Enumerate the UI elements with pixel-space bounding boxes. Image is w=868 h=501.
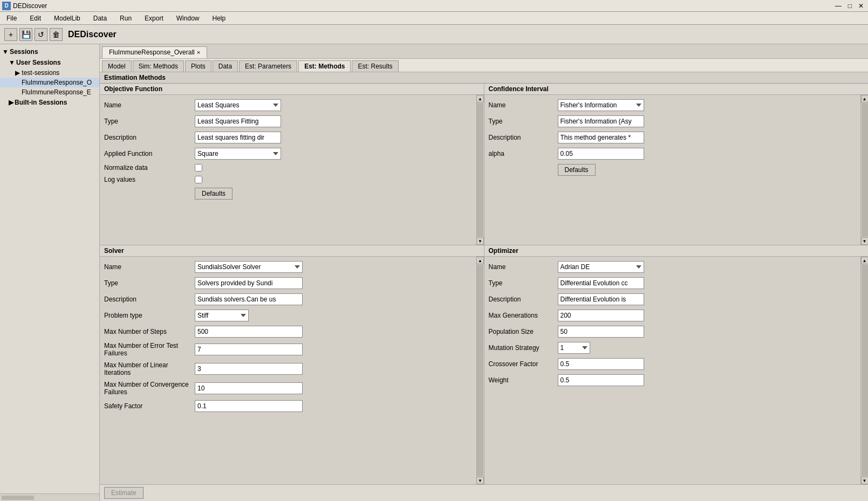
opt-maxgen-input[interactable] [558, 310, 644, 321]
solver-maxerror-input[interactable] [195, 344, 303, 355]
opt-type-label: Type [489, 279, 553, 287]
sessions-label: Sessions [10, 48, 38, 56]
sub-tab-sim-methods[interactable]: Sim: Methods [133, 60, 184, 72]
solver-type-input[interactable] [195, 277, 303, 289]
solver-scroll-down[interactable]: ▼ [476, 477, 484, 484]
menu-help[interactable]: Help [206, 13, 232, 23]
confidence-interval-content: Name Fisher's Information Type [484, 95, 861, 245]
opt-desc-label: Description [489, 296, 553, 303]
sub-tab-est-parameters[interactable]: Est: Parameters [239, 60, 297, 72]
optimizer-scroll-area: Name Adrian DE Type [484, 257, 869, 484]
titlebar-controls[interactable]: — □ ✕ [833, 2, 866, 10]
opt-crossover-label: Crossover Factor [489, 360, 553, 368]
tab-fluimmune-overall[interactable]: FluImmuneResponse_Overall × [102, 46, 207, 58]
toolbar-delete-button[interactable]: 🗑 [50, 28, 63, 41]
solver-maxsteps-input[interactable] [195, 326, 303, 338]
sidebar-builtin-sessions-group[interactable]: ▶ Built-in Sessions [0, 97, 99, 108]
ci-name-select[interactable]: Fisher's Information [558, 99, 644, 111]
opt-scroll-down[interactable]: ▼ [861, 477, 869, 484]
obj-desc-input[interactable] [195, 132, 281, 143]
maximize-button[interactable]: □ [846, 2, 854, 10]
obj-type-input[interactable] [195, 115, 281, 127]
menu-data[interactable]: Data [87, 13, 113, 23]
opt-popsize-input[interactable] [558, 326, 644, 338]
opt-scroll-up[interactable]: ▲ [861, 257, 869, 264]
obj-scroll-thumb[interactable] [477, 103, 483, 237]
sub-tab-est-results[interactable]: Est: Results [352, 60, 398, 72]
opt-scrollbar[interactable]: ▲ ▼ [860, 257, 868, 484]
opt-crossover-input[interactable] [558, 358, 644, 370]
solver-desc-input[interactable] [195, 293, 303, 305]
obj-scrollbar[interactable]: ▲ ▼ [476, 95, 484, 245]
sidebar-user-sessions-group[interactable]: ▼ User Sessions [0, 57, 99, 68]
opt-desc-row: Description [489, 293, 857, 305]
sub-tab-data[interactable]: Data [213, 60, 238, 72]
solver-scroll-thumb[interactable] [477, 265, 483, 476]
menu-export[interactable]: Export [138, 13, 170, 23]
minimize-button[interactable]: — [833, 2, 844, 10]
solver-maxconv-label: Max Number of Convergence Failures [104, 381, 190, 396]
obj-log-row: Log values [104, 176, 472, 183]
menu-file[interactable]: File [0, 13, 23, 23]
opt-scroll-thumb[interactable] [862, 265, 868, 476]
sidebar-item-fluimmune-overall[interactable]: FluImmuneResponse_O [0, 78, 99, 87]
opt-type-input[interactable] [558, 277, 644, 289]
opt-weight-input[interactable] [558, 374, 644, 386]
ci-desc-input[interactable] [558, 132, 644, 143]
solver-maxsteps-row: Max Number of Steps [104, 326, 472, 338]
menu-edit[interactable]: Edit [23, 13, 47, 23]
ci-defaults-row: Defaults [489, 164, 857, 176]
confidence-interval-scroll-area: Name Fisher's Information Type [484, 95, 869, 245]
sub-tab-model[interactable]: Model [102, 60, 132, 72]
menu-window[interactable]: Window [170, 13, 206, 23]
solver-scrollbar[interactable]: ▲ ▼ [476, 257, 484, 484]
ci-defaults-button[interactable]: Defaults [558, 164, 596, 176]
ci-desc-row: Description [489, 132, 857, 143]
ci-scroll-down[interactable]: ▼ [861, 237, 869, 245]
user-sessions-collapse-icon: ▼ [9, 59, 15, 66]
solver-name-row: Name SundialsSolver Solver [104, 261, 472, 273]
obj-normalize-checkbox[interactable] [195, 164, 202, 171]
obj-defaults-button[interactable]: Defaults [195, 188, 233, 200]
solver-safety-input[interactable] [195, 400, 303, 412]
titlebar-left: D DEDiscover [2, 2, 47, 10]
obj-name-select[interactable]: Least Squares [195, 99, 281, 111]
obj-scroll-up[interactable]: ▲ [476, 95, 484, 102]
sidebar-sessions-group[interactable]: ▼ Sessions [0, 46, 99, 57]
ci-scrollbar[interactable]: ▲ ▼ [860, 95, 868, 245]
content-area: FluImmuneResponse_Overall × Model Sim: M… [100, 44, 868, 501]
tab-close-icon[interactable]: × [197, 49, 200, 56]
opt-desc-input[interactable] [558, 293, 644, 305]
solver-name-select[interactable]: SundialsSolver Solver [195, 261, 303, 273]
estimate-button[interactable]: Estimate [104, 487, 143, 499]
solver-maxlinear-input[interactable] [195, 363, 303, 375]
obj-scroll-down[interactable]: ▼ [476, 237, 484, 245]
opt-mutation-select[interactable]: 1 [558, 342, 590, 354]
solver-maxconv-input[interactable] [195, 382, 303, 394]
solver-problem-select[interactable]: Stiff [195, 310, 249, 321]
ci-scroll-thumb[interactable] [862, 103, 868, 237]
ci-type-input[interactable] [558, 115, 644, 127]
sub-tab-plots[interactable]: Plots [185, 60, 211, 72]
menu-run[interactable]: Run [113, 13, 138, 23]
sub-tab-est-methods[interactable]: Est: Methods [298, 60, 351, 72]
toolbar-add-button[interactable]: + [4, 28, 17, 41]
menu-modellib[interactable]: ModelLib [47, 13, 87, 23]
obj-applied-select[interactable]: Square [195, 148, 281, 160]
toolbar-save-button[interactable]: 💾 [19, 28, 32, 41]
ci-alpha-input[interactable] [558, 148, 644, 160]
solver-maxlinear-label: Max Number of Linear Iterations [104, 361, 190, 376]
titlebar: D DEDiscover — □ ✕ [0, 0, 868, 12]
solver-maxsteps-label: Max Number of Steps [104, 328, 190, 335]
toolbar-refresh-button[interactable]: ↺ [35, 28, 47, 41]
sidebar-scrollbar[interactable] [0, 493, 99, 501]
close-button[interactable]: ✕ [856, 2, 866, 10]
solver-scroll-up[interactable]: ▲ [476, 257, 484, 264]
ci-scroll-up[interactable]: ▲ [861, 95, 869, 102]
opt-name-select[interactable]: Adrian DE [558, 261, 644, 273]
solver-maxerror-row: Max Number of Error Test Failures [104, 342, 472, 357]
sidebar-item-fluimmune-e[interactable]: FluImmuneResponse_E [0, 87, 99, 97]
sidebar-test-sessions[interactable]: ▶ test-sessions [0, 68, 99, 78]
obj-log-checkbox[interactable] [195, 176, 202, 183]
objective-function-scroll-area: Name Least Squares Type [100, 95, 484, 245]
